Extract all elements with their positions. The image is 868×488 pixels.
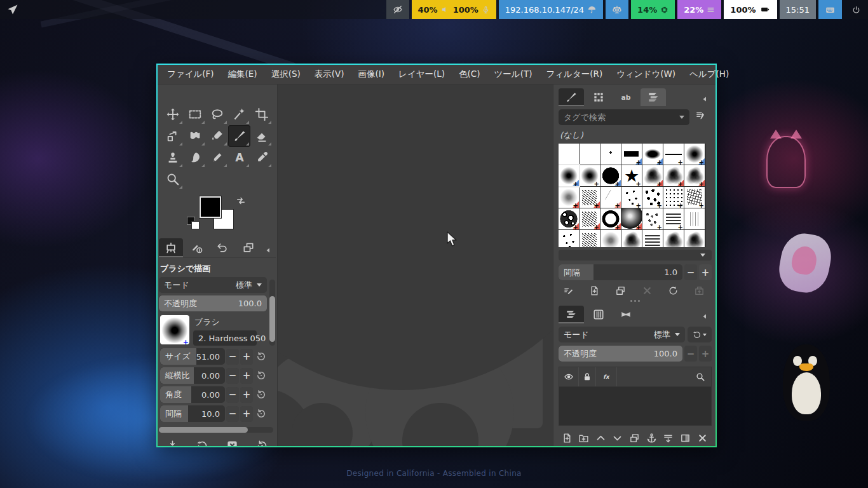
tool-options-x-box-button[interactable] [224, 438, 241, 446]
brush-cell-dot[interactable] [600, 144, 621, 165]
brush-cell-splat[interactable] [621, 230, 642, 247]
fuzzy-select-tool[interactable] [228, 104, 250, 125]
privacy-indicator[interactable] [386, 0, 409, 19]
layer-list-empty[interactable] [559, 387, 712, 426]
collapse-dock-icon[interactable] [698, 92, 712, 106]
foreground-color-swatch[interactable] [200, 196, 221, 218]
tool-options-scrollbar-thumb[interactable] [269, 296, 275, 342]
brush-cell-dots[interactable]: + [642, 187, 663, 208]
brush-cell-ellipse[interactable]: + [642, 144, 663, 165]
brushes-open-img-button[interactable] [691, 283, 708, 298]
brush-cell-bubbles[interactable]: + [559, 208, 579, 229]
縦横比-slider[interactable]: 縦横比0.00 [160, 367, 225, 384]
increase-button[interactable]: + [240, 406, 253, 422]
brushes-duplicate-button[interactable] [613, 283, 629, 298]
brush-cell-faintline[interactable]: + [600, 187, 621, 208]
tab-patterns[interactable] [586, 88, 611, 106]
power-button[interactable] [844, 0, 868, 19]
layer-opacity-slider[interactable]: 不透明度 100.0 [559, 346, 682, 362]
launcher-icon[interactable] [6, 3, 19, 16]
brush-cell-scratch[interactable] [580, 230, 600, 247]
menu-tools[interactable]: ツール(T) [487, 66, 539, 83]
brush-cell-scratch[interactable]: + [580, 187, 600, 208]
layers-up-button[interactable] [592, 430, 609, 445]
dock-splitter[interactable] [559, 298, 712, 303]
paint-mode-dropdown[interactable]: モード 標準 [159, 277, 267, 293]
tab-device-status[interactable] [185, 238, 209, 257]
brush-cell-soft[interactable]: + [559, 165, 579, 186]
brush-cell-scratch[interactable]: + [580, 208, 600, 229]
brush-cell-splat[interactable] [663, 230, 684, 247]
brush-spacing-slider[interactable]: 間隔 1.0 [559, 264, 682, 280]
menu-colors[interactable]: 色(C) [452, 66, 487, 83]
menu-help[interactable]: ヘルプ(H) [682, 66, 736, 83]
layers-anchor-button[interactable] [643, 430, 660, 445]
tab-paths[interactable] [613, 306, 639, 323]
effects-column-icon[interactable]: fx [596, 367, 617, 386]
brush-cell-soft[interactable]: + [684, 144, 705, 165]
brush-cell-blank[interactable] [580, 144, 600, 165]
brush-selector[interactable]: ブラシ 2. Hardness 050 [160, 315, 267, 346]
brush-cell-fuzz[interactable] [600, 230, 621, 247]
tool-options-revert-button[interactable] [194, 438, 210, 446]
brush-cell-hatch[interactable]: + [663, 208, 684, 229]
brush-list-view-icon[interactable] [693, 109, 707, 123]
layers-down-button[interactable] [609, 430, 626, 445]
link-reset-icon[interactable] [255, 389, 267, 400]
paintbrush-tool[interactable] [228, 125, 250, 147]
spacing-decrease-button[interactable]: − [684, 264, 697, 280]
brush-cell-soft[interactable]: + [580, 165, 600, 186]
tab-images[interactable] [236, 238, 261, 257]
brush-cell-confetti[interactable]: + [642, 208, 663, 229]
brush-cell-line[interactable]: + [663, 144, 684, 165]
layers-new-folder-button[interactable] [576, 430, 592, 445]
brush-name-expander[interactable] [559, 250, 712, 261]
menu-windows[interactable]: ウィンドウ(W) [609, 66, 682, 83]
menu-view[interactable]: 表示(V) [308, 66, 351, 83]
collapse-dock-icon[interactable] [698, 309, 712, 323]
tab-paintbrush[interactable] [559, 88, 584, 106]
tab-layers[interactable] [559, 306, 584, 323]
opacity-increase-button[interactable]: + [699, 346, 712, 362]
hscrollbar-thumb[interactable] [159, 427, 248, 433]
layer-mode-switch-button[interactable] [688, 327, 712, 342]
layers-duplicate-button[interactable] [627, 430, 643, 445]
link-reset-icon[interactable] [255, 370, 267, 381]
default-colors-icon[interactable] [187, 217, 200, 229]
brush-cell-splat[interactable]: + [684, 165, 705, 186]
move-tool[interactable] [161, 104, 184, 125]
increase-button[interactable]: + [240, 368, 253, 384]
brush-cell-sphere[interactable]: + [621, 208, 642, 229]
clone-tool[interactable] [161, 147, 184, 168]
tab-gradients[interactable] [641, 88, 666, 106]
サイズ-slider[interactable]: サイズ51.00 [160, 348, 225, 365]
layers-merge-button[interactable] [660, 430, 677, 445]
layers-x-button[interactable] [694, 430, 710, 445]
brushes-new-doc-button[interactable] [586, 283, 602, 298]
brushes-edit-button[interactable] [560, 283, 576, 298]
increase-button[interactable]: + [240, 349, 253, 365]
brush-cell-fuzz[interactable]: + [559, 187, 579, 208]
scales-indicator[interactable] [606, 0, 628, 19]
間隔-slider[interactable]: 間隔10.0 [160, 405, 225, 422]
rect-select-tool[interactable] [184, 104, 206, 125]
menu-select[interactable]: 選択(S) [264, 66, 308, 83]
link-reset-icon[interactable] [255, 408, 267, 419]
clock[interactable]: 15:51 [780, 0, 816, 19]
decrease-button[interactable]: − [226, 349, 239, 365]
decrease-button[interactable]: − [226, 406, 239, 422]
keyboard-indicator[interactable] [818, 0, 842, 19]
lock-column-icon[interactable] [579, 367, 596, 386]
tab-easel[interactable] [159, 238, 183, 257]
brush-cell-vdash[interactable] [684, 208, 705, 229]
opacity-decrease-button[interactable]: − [684, 346, 697, 362]
brush-cell-bar[interactable]: + [621, 144, 642, 165]
warp-tool[interactable] [184, 125, 206, 147]
spacing-increase-button[interactable]: + [699, 264, 712, 280]
menu-file[interactable]: ファイル(F) [160, 66, 221, 83]
text-tool[interactable]: A [228, 147, 250, 168]
brush-cell-cells[interactable]: + [684, 187, 705, 208]
menu-edit[interactable]: 編集(E) [221, 66, 264, 83]
brush-cell-ring[interactable]: + [600, 208, 621, 229]
tab-fonts[interactable]: ab [613, 88, 639, 106]
